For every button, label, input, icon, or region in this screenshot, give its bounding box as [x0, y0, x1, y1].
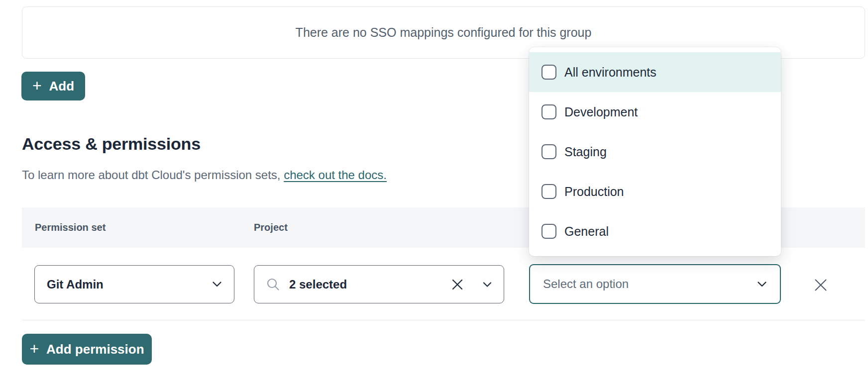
- dropdown-option-general[interactable]: General: [529, 211, 781, 251]
- checkbox-icon[interactable]: [542, 144, 556, 159]
- page-title: Access & permissions: [22, 134, 201, 154]
- permissions-description: To learn more about dbt Cloud's permissi…: [22, 168, 387, 182]
- chevron-down-icon: [757, 281, 767, 288]
- add-permission-label: Add permission: [46, 342, 144, 357]
- project-multiselect[interactable]: 2 selected: [254, 265, 504, 303]
- row-separator: [22, 320, 865, 320]
- column-header-permission-set: Permission set: [35, 222, 106, 233]
- project-selected-count: 2 selected: [289, 278, 442, 291]
- option-label: Development: [564, 105, 638, 119]
- add-sso-mapping-button[interactable]: + Add: [21, 72, 85, 100]
- environment-select[interactable]: Select an option: [529, 264, 781, 304]
- plus-icon: +: [32, 78, 42, 94]
- dropdown-option-all-environments[interactable]: All environments: [529, 52, 781, 92]
- checkbox-icon[interactable]: [542, 224, 556, 239]
- sso-empty-message: There are no SSO mappings configured for…: [296, 25, 592, 40]
- remove-permission-row-button[interactable]: [813, 277, 829, 293]
- chevron-down-icon: [483, 282, 492, 288]
- add-button-label: Add: [49, 79, 75, 94]
- docs-link[interactable]: check out the docs.: [284, 168, 387, 182]
- chevron-down-icon: [212, 281, 222, 288]
- dropdown-option-production[interactable]: Production: [529, 172, 781, 211]
- plus-icon: +: [29, 341, 39, 357]
- checkbox-icon[interactable]: [542, 104, 556, 119]
- description-text: To learn more about dbt Cloud's permissi…: [22, 168, 284, 182]
- dropdown-option-development[interactable]: Development: [529, 92, 781, 132]
- clear-icon[interactable]: [451, 278, 464, 291]
- checkbox-icon[interactable]: [542, 184, 556, 199]
- remove-icon: [813, 278, 828, 292]
- permission-set-select[interactable]: Git Admin: [34, 265, 234, 303]
- add-permission-button[interactable]: + Add permission: [22, 334, 152, 365]
- environment-dropdown-menu: All environments Development Staging Pro…: [529, 47, 781, 256]
- dropdown-option-staging[interactable]: Staging: [529, 132, 781, 172]
- permission-set-value: Git Admin: [47, 278, 104, 291]
- option-label: All environments: [564, 65, 656, 80]
- environment-placeholder: Select an option: [543, 277, 757, 291]
- checkbox-icon[interactable]: [542, 65, 556, 80]
- option-label: Staging: [564, 145, 607, 159]
- search-icon: [266, 278, 280, 291]
- column-header-project: Project: [254, 222, 288, 233]
- group-settings-page: There are no SSO mappings configured for…: [0, 0, 868, 384]
- option-label: General: [564, 224, 609, 239]
- option-label: Production: [564, 185, 624, 199]
